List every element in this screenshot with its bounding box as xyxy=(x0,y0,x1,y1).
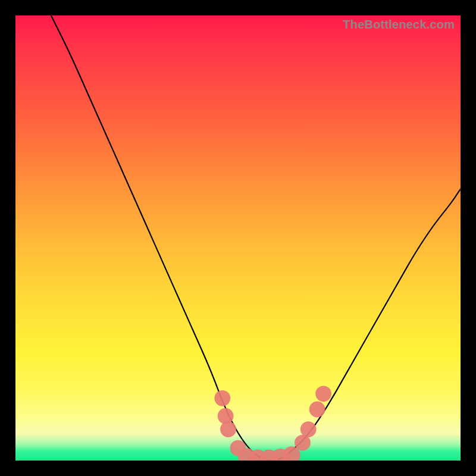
curve-marker xyxy=(309,402,325,418)
curve-markers xyxy=(214,386,331,461)
curve-marker xyxy=(315,386,331,402)
curve-marker xyxy=(300,421,317,437)
curve-marker xyxy=(220,421,236,437)
chart-frame: TheBottleneck.com xyxy=(0,0,476,476)
bottleneck-curve-path xyxy=(51,15,461,461)
curve-marker xyxy=(218,408,234,424)
plot-area: TheBottleneck.com xyxy=(15,15,461,461)
bottleneck-chart xyxy=(15,15,461,461)
curve-marker xyxy=(214,390,230,406)
